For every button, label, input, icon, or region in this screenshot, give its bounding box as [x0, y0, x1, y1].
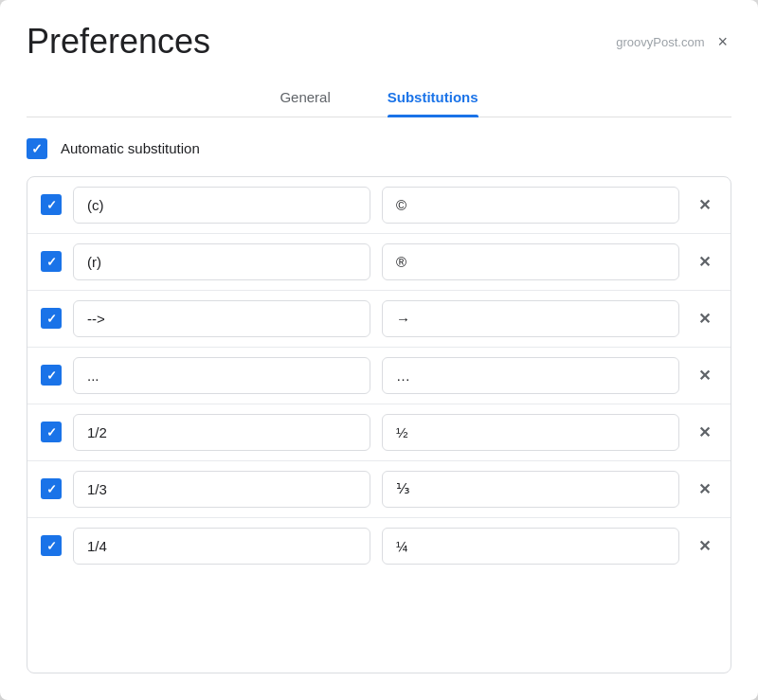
auto-substitution-checkbox[interactable]: ✓: [27, 138, 47, 159]
checkmark-icon: ✓: [46, 312, 57, 326]
substitution-row-2: ✓ ✕: [27, 234, 731, 291]
sub-to-input-3[interactable]: [382, 300, 679, 337]
sub-from-input-5[interactable]: [73, 414, 370, 451]
dialog-header: Preferences groovyPost.com ×: [0, 0, 758, 61]
sub-delete-button-6[interactable]: ✕: [691, 476, 717, 502]
preferences-dialog: Preferences groovyPost.com × General Sub…: [0, 0, 758, 700]
auto-substitution-row: ✓ Automatic substitution: [27, 138, 731, 159]
sub-checkbox-1[interactable]: ✓: [41, 194, 62, 215]
sub-delete-button-3[interactable]: ✕: [691, 305, 717, 332]
substitutions-table: ✓ ✕ ✓ ✕ ✓: [27, 176, 731, 673]
substitutions-scroll-area[interactable]: ✓ ✕ ✓ ✕ ✓: [27, 177, 731, 673]
header-right: groovyPost.com ×: [616, 30, 731, 54]
substitution-row-7: ✓ ✕: [27, 518, 731, 574]
sub-to-input-4[interactable]: [382, 357, 679, 394]
checkmark-icon: ✓: [46, 539, 57, 553]
checkmark-icon: ✓: [46, 368, 57, 383]
checkmark-icon: ✓: [46, 482, 57, 496]
sub-to-input-7[interactable]: [382, 528, 679, 565]
dialog-title: Preferences: [27, 23, 210, 61]
auto-substitution-label: Automatic substitution: [61, 140, 200, 156]
substitution-row-4: ✓ ✕: [27, 348, 731, 404]
substitution-row-3: ✓ ✕: [27, 291, 731, 348]
sub-to-input-5[interactable]: [382, 414, 679, 451]
sub-checkbox-2[interactable]: ✓: [41, 251, 62, 272]
sub-delete-button-4[interactable]: ✕: [691, 362, 717, 388]
checkmark-icon: ✓: [46, 425, 57, 440]
substitution-row-6: ✓ ✕: [27, 461, 731, 518]
sub-delete-button-1[interactable]: ✕: [691, 191, 717, 218]
sub-to-input-2[interactable]: [382, 243, 679, 280]
sub-to-input-6[interactable]: [382, 471, 679, 508]
substitution-row-5: ✓ ✕: [27, 404, 731, 461]
sub-delete-button-2[interactable]: ✕: [691, 248, 717, 275]
tabs-container: General Substitutions: [27, 61, 731, 117]
sub-from-input-2[interactable]: [73, 243, 370, 280]
close-button[interactable]: ×: [713, 30, 731, 54]
sub-checkbox-3[interactable]: ✓: [41, 308, 62, 329]
sub-from-input-6[interactable]: [73, 471, 370, 508]
checkmark-icon: ✓: [46, 255, 57, 269]
sub-from-input-4[interactable]: [73, 357, 370, 394]
sub-to-input-1[interactable]: [382, 187, 679, 224]
sub-delete-button-7[interactable]: ✕: [691, 532, 717, 559]
sub-delete-button-5[interactable]: ✕: [691, 419, 717, 445]
sub-from-input-1[interactable]: [73, 187, 370, 224]
sub-checkbox-7[interactable]: ✓: [41, 535, 62, 556]
sub-from-input-7[interactable]: [73, 528, 370, 565]
watermark: groovyPost.com: [616, 35, 704, 49]
sub-from-input-3[interactable]: [73, 300, 370, 337]
checkmark-icon: ✓: [46, 198, 57, 212]
sub-checkbox-5[interactable]: ✓: [41, 422, 62, 442]
checkmark-icon: ✓: [31, 142, 43, 155]
tab-general[interactable]: General: [280, 80, 330, 117]
sub-checkbox-4[interactable]: ✓: [41, 365, 62, 386]
tab-content-substitutions: ✓ Automatic substitution ✓ ✕ ✓: [0, 117, 758, 700]
sub-checkbox-6[interactable]: ✓: [41, 478, 62, 499]
substitution-row-1: ✓ ✕: [27, 177, 731, 234]
tab-substitutions[interactable]: Substitutions: [388, 80, 478, 117]
